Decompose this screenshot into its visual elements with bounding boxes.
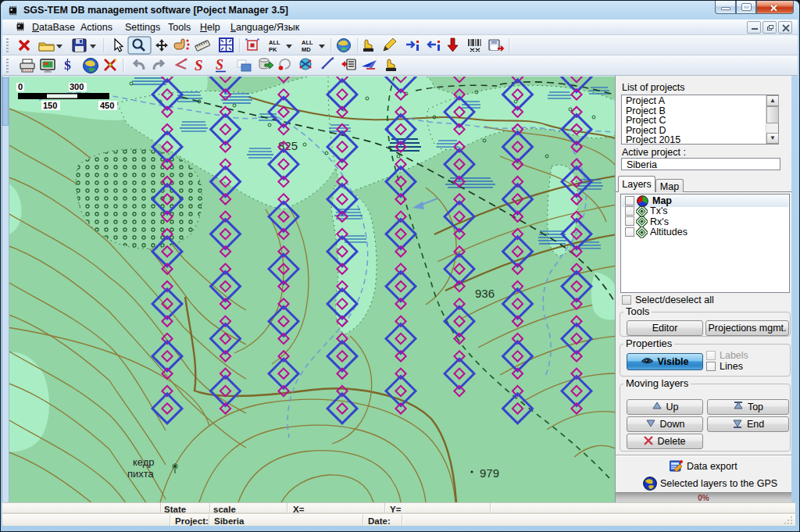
svg-text:S: S bbox=[195, 57, 203, 73]
svg-text:ALL: ALL bbox=[269, 39, 280, 46]
svg-text:кедр: кедр bbox=[133, 456, 155, 468]
svg-text:936: 936 bbox=[475, 287, 495, 300]
svg-text:S: S bbox=[216, 57, 223, 73]
svg-text:MD: MD bbox=[302, 46, 311, 53]
svg-text:пихта: пихта bbox=[127, 468, 154, 480]
svg-text:979: 979 bbox=[480, 466, 499, 480]
svg-text:PK: PK bbox=[269, 46, 277, 53]
svg-text:0: 0 bbox=[18, 82, 23, 91]
svg-text:ALL: ALL bbox=[302, 39, 313, 46]
svg-text:300: 300 bbox=[70, 82, 84, 91]
svg-text:450: 450 bbox=[100, 101, 114, 110]
svg-text:150: 150 bbox=[43, 101, 57, 110]
